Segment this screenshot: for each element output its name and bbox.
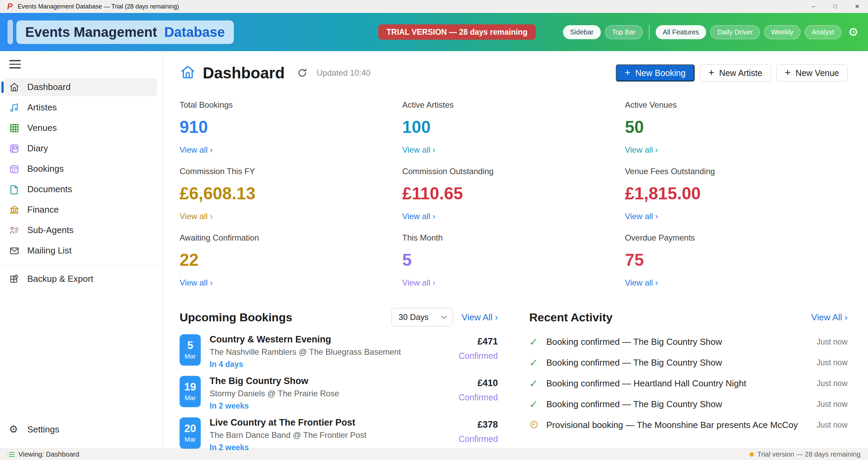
stat-label: Awaiting Confirmation	[180, 233, 402, 243]
sidebar-item-mailing-list[interactable]: Mailing List	[5, 242, 157, 260]
window-controls: – □ ✕	[803, 0, 868, 13]
sidebar-item-backup-export[interactable]: Backup & Export	[5, 270, 157, 288]
activity-view-all-link[interactable]: View All ›	[811, 312, 848, 323]
mode-analyst[interactable]: Analyst	[805, 25, 841, 39]
settings-gear-icon[interactable]: ⚙	[848, 26, 858, 38]
sidebar-item-label: Bookings	[27, 164, 64, 174]
minimize-button[interactable]: –	[803, 0, 824, 13]
view-all-link[interactable]: View all ›	[625, 212, 658, 221]
sidebar-item-label: Backup & Export	[27, 274, 93, 284]
new-venue-button[interactable]: +New Venue	[776, 64, 848, 81]
upcoming-range-select[interactable]: 30 Days	[392, 308, 453, 326]
booking-countdown: In 2 weeks	[210, 443, 366, 452]
activity-time: Just now	[817, 337, 848, 347]
document-icon	[9, 184, 22, 195]
stat-card-awaiting-confirmation: Awaiting Confirmation 22 View all ›	[180, 233, 402, 300]
stat-label: Total Bookings	[180, 100, 402, 110]
mode-weekly[interactable]: Weekly	[764, 25, 801, 39]
last-updated-text: Updated 10:40	[317, 68, 370, 78]
booking-subtitle: The Barn Dance Band @ The Frontier Post	[210, 430, 366, 440]
view-all-link[interactable]: View all ›	[625, 278, 658, 288]
page-header: Dashboard Updated 10:40 +New Booking +Ne…	[180, 63, 848, 82]
plus-icon: +	[709, 67, 715, 78]
layout-toggle-topbar[interactable]: Top Bar	[605, 25, 643, 39]
stat-value: £110.65	[402, 184, 625, 203]
sidebar-item-label: Diary	[27, 143, 48, 154]
view-all-link[interactable]: View all ›	[180, 278, 213, 288]
booking-row[interactable]: 5 Mar Country & Western Evening The Nash…	[180, 334, 498, 369]
view-all-link[interactable]: View all ›	[402, 145, 435, 155]
refresh-icon[interactable]	[297, 67, 308, 78]
section-title: Recent Activity	[529, 311, 612, 324]
sidebar-item-documents[interactable]: Documents	[5, 181, 157, 198]
view-all-link[interactable]: View all ›	[402, 212, 435, 221]
stat-card-total-bookings: Total Bookings 910 View all ›	[180, 100, 402, 167]
new-booking-button[interactable]: +New Booking	[616, 64, 695, 81]
music-note-icon	[9, 102, 22, 113]
activity-time: Just now	[817, 400, 848, 409]
sidebar-item-settings[interactable]: ⚙ Settings	[5, 420, 157, 438]
logo-text-secondary: Database	[164, 25, 225, 40]
activity-time: Just now	[817, 420, 848, 430]
booking-row[interactable]: 20 Mar Live Country at The Frontier Post…	[180, 417, 498, 452]
stat-value: 100	[402, 117, 625, 137]
booking-status: Confirmed	[459, 351, 498, 361]
hamburger-menu-icon[interactable]	[9, 60, 21, 71]
view-all-link[interactable]: View all ›	[180, 212, 213, 221]
logo-accent-bar	[7, 20, 13, 44]
stat-value: £1,815.00	[625, 184, 848, 203]
mode-all-features[interactable]: All Features	[656, 25, 706, 39]
check-icon: ✓	[529, 336, 541, 348]
dashboard-home-icon	[180, 64, 196, 82]
toolbar-divider	[649, 25, 650, 40]
sidebar-item-sub-agents[interactable]: Sub-Agents	[5, 221, 157, 239]
booking-title: The Big Country Show	[210, 376, 339, 386]
stat-label: Active Artistes	[402, 100, 625, 110]
new-artiste-button[interactable]: +New Artiste	[700, 64, 771, 81]
upcoming-view-all-link[interactable]: View All ›	[462, 312, 498, 323]
activity-row: ✓ Booking confirmed — The Big Country Sh…	[529, 352, 848, 373]
view-all-link[interactable]: View all ›	[625, 145, 658, 155]
envelope-icon	[9, 245, 22, 256]
sidebar-item-label: Mailing List	[27, 245, 72, 256]
app-logo: Events Management Database	[16, 20, 234, 44]
sidebar-item-bookings[interactable]: Bookings	[5, 160, 157, 178]
sidebar-item-artistes[interactable]: Artistes	[5, 99, 157, 117]
sidebar-item-finance[interactable]: Finance	[5, 201, 157, 219]
booking-row[interactable]: 19 Mar The Big Country Show Stormy Danie…	[180, 376, 498, 411]
layout-toggle-sidebar[interactable]: Sidebar	[563, 25, 601, 39]
activity-time: Just now	[817, 379, 848, 388]
view-all-link[interactable]: View all ›	[402, 278, 435, 288]
sidebar-item-label: Documents	[27, 184, 72, 195]
booking-price: £378	[459, 419, 498, 430]
section-title: Upcoming Bookings	[180, 311, 292, 324]
stat-card-active-venues: Active Venues 50 View all ›	[625, 100, 848, 167]
stat-card-venue-fees-outstanding: Venue Fees Outstanding £1,815.00 View al…	[625, 167, 848, 233]
person-list-icon	[9, 225, 22, 236]
sidebar-divider	[0, 265, 163, 265]
date-badge: 19 Mar	[180, 376, 201, 407]
header-toolbar: Sidebar Top Bar All Features Daily Drive…	[563, 25, 858, 40]
date-badge: 20 Mar	[180, 417, 201, 449]
activity-row: ✓ Booking confirmed — The Big Country Sh…	[529, 332, 848, 352]
stat-value: 75	[625, 250, 848, 270]
sidebar-item-dashboard[interactable]: Dashboard	[5, 78, 157, 96]
sidebar-item-venues[interactable]: Venues	[5, 119, 157, 137]
view-all-link[interactable]: View all ›	[180, 145, 213, 155]
booking-status: Confirmed	[459, 434, 498, 444]
maximize-button[interactable]: □	[824, 0, 846, 13]
activity-row: ✓ Booking confirmed — The Big Country Sh…	[529, 394, 848, 415]
sidebar-item-diary[interactable]: Diary	[5, 140, 157, 157]
gear-icon: ⚙	[9, 424, 22, 434]
calendar-icon	[9, 164, 22, 174]
booking-subtitle: The Nashville Ramblers @ The Bluegrass B…	[210, 347, 401, 357]
close-button[interactable]: ✕	[846, 0, 868, 13]
stat-value: 910	[180, 117, 402, 137]
stat-label: Active Venues	[625, 100, 848, 110]
booking-countdown: In 2 weeks	[210, 401, 339, 411]
mode-daily-driver[interactable]: Daily Driver	[710, 25, 760, 39]
logo-text-primary: Events Management	[25, 25, 157, 40]
sidebar: Dashboard Artistes Venues Diary Bookings	[0, 51, 163, 448]
list-icon	[7, 451, 15, 458]
activity-text: Booking confirmed — The Big Country Show	[546, 357, 722, 368]
